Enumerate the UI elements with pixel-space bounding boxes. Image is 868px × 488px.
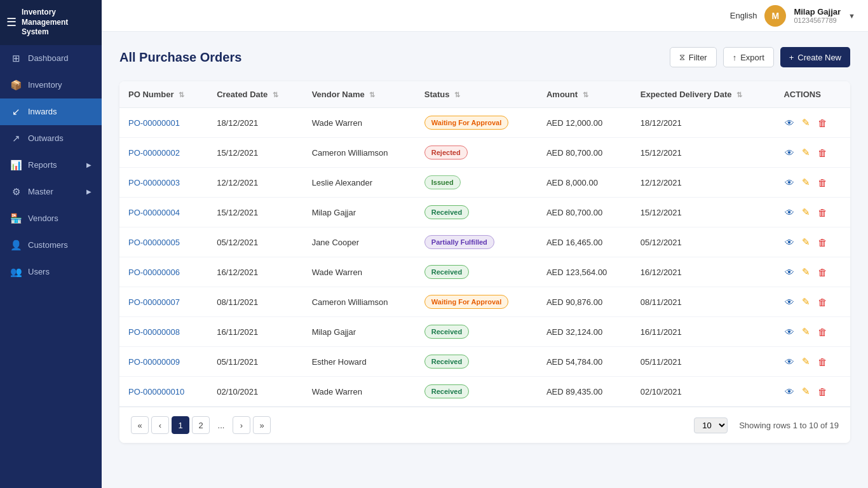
content: All Purchase Orders ⧖ Filter ↑ Export + … [102, 32, 868, 488]
delete-icon[interactable]: 🗑 [817, 206, 829, 219]
user-dropdown-chevron[interactable]: ▼ [848, 12, 855, 20]
view-icon[interactable]: 👁 [783, 176, 796, 189]
po-number-cell[interactable]: PO-00000003 [119, 168, 208, 198]
edit-icon[interactable]: ✎ [801, 175, 811, 189]
po-number-cell[interactable]: PO-00000007 [119, 287, 208, 317]
filter-button[interactable]: ⧖ Filter [670, 47, 717, 67]
pagination: « ‹ 1 2 ... › » 10 25 50 [119, 407, 850, 443]
view-icon[interactable]: 👁 [783, 236, 796, 249]
view-icon[interactable]: 👁 [783, 266, 796, 279]
table-row: PO-00000006 16/12/2021 Wade Warren Recei… [119, 257, 850, 287]
sidebar-item-label: Inventory [28, 80, 92, 90]
edit-icon[interactable]: ✎ [801, 325, 811, 339]
po-number-cell[interactable]: PO-00000006 [119, 257, 208, 287]
sidebar-item-outwards[interactable]: ↗ Outwards [0, 125, 102, 152]
status-cell: Issued [416, 168, 538, 198]
po-number-cell[interactable]: PO-00000005 [119, 227, 208, 257]
delivery-date-cell: 15/12/2021 [632, 198, 775, 227]
vendor-name-cell: Milap Gajjar [303, 317, 416, 347]
pagination-last[interactable]: » [253, 416, 271, 434]
sort-vendor-icon[interactable]: ⇅ [369, 91, 375, 98]
sort-created-icon[interactable]: ⇅ [273, 91, 278, 98]
delivery-date-cell: 02/10/2021 [632, 377, 775, 407]
delete-icon[interactable]: 🗑 [817, 116, 829, 130]
language-selector[interactable]: English [730, 11, 757, 20]
view-icon[interactable]: 👁 [783, 355, 796, 369]
vendor-name-cell: Jane Cooper [303, 227, 416, 257]
row-actions: 👁 ✎ 🗑 [783, 384, 841, 398]
row-actions: 👁 ✎ 🗑 [783, 146, 841, 159]
sidebar-item-reports[interactable]: 📊 Reports ▶ [0, 152, 102, 179]
row-actions: 👁 ✎ 🗑 [783, 295, 841, 309]
table-container: PO Number ⇅ Created Date ⇅ Vendor Name ⇅… [119, 81, 850, 443]
edit-icon[interactable]: ✎ [801, 265, 811, 279]
view-icon[interactable]: 👁 [783, 385, 796, 398]
hamburger-icon[interactable]: ☰ [6, 15, 17, 29]
amount-cell: AED 80,700.00 [538, 198, 632, 227]
sort-delivery-icon[interactable]: ⇅ [736, 91, 742, 98]
user-phone: 01234567789 [794, 17, 836, 24]
view-icon[interactable]: 👁 [783, 206, 796, 219]
view-icon[interactable]: 👁 [783, 325, 796, 339]
po-number-cell[interactable]: PO-000000010 [119, 377, 208, 407]
po-number-cell[interactable]: PO-00000004 [119, 198, 208, 227]
po-number-cell[interactable]: PO-00000009 [119, 347, 208, 377]
edit-icon[interactable]: ✎ [801, 205, 811, 219]
view-icon[interactable]: 👁 [783, 295, 796, 309]
sidebar-item-inventory[interactable]: 📦 Inventory [0, 72, 102, 98]
sidebar-item-master[interactable]: ⚙ Master ▶ [0, 179, 102, 205]
sidebar-item-customers[interactable]: 👤 Customers [0, 232, 102, 259]
rows-select-dropdown[interactable]: 10 25 50 [694, 417, 728, 433]
edit-icon[interactable]: ✎ [801, 295, 811, 309]
amount-cell: AED 8,000.00 [538, 168, 632, 198]
create-new-button[interactable]: + Create New [780, 47, 850, 67]
sidebar-header: ☰ Inventory Management System [0, 0, 102, 45]
export-button[interactable]: ↑ Export [723, 47, 774, 67]
status-badge: Received [424, 384, 469, 398]
pagination-first[interactable]: « [131, 416, 149, 434]
amount-cell: AED 16,465.00 [538, 227, 632, 257]
edit-icon[interactable]: ✎ [801, 355, 811, 369]
actions-cell: 👁 ✎ 🗑 [775, 227, 850, 257]
view-icon[interactable]: 👁 [783, 116, 796, 130]
vendor-name-cell: Leslie Alexander [303, 168, 416, 198]
col-delivery-date: Expected Delivery Date ⇅ [632, 81, 775, 108]
status-badge: Waiting For Approval [424, 116, 508, 130]
po-number-cell[interactable]: PO-00000001 [119, 108, 208, 138]
pagination-next[interactable]: › [233, 416, 250, 434]
sidebar-item-inwards[interactable]: ↙ Inwards [0, 98, 102, 125]
edit-icon[interactable]: ✎ [801, 116, 811, 130]
delete-icon[interactable]: 🗑 [817, 295, 829, 309]
sort-status-icon[interactable]: ⇅ [454, 91, 460, 98]
col-po-number: PO Number ⇅ [119, 81, 208, 108]
status-cell: Partially Fulfilled [416, 227, 538, 257]
sidebar-item-users[interactable]: 👥 Users [0, 259, 102, 285]
sidebar-item-dashboard[interactable]: ⊞ Dashboard [0, 45, 102, 72]
created-date-cell: 05/11/2021 [208, 347, 302, 377]
view-icon[interactable]: 👁 [783, 146, 796, 159]
delete-icon[interactable]: 🗑 [817, 146, 829, 159]
sort-amount-icon[interactable]: ⇅ [583, 91, 588, 98]
pagination-page-1[interactable]: 1 [172, 416, 189, 434]
export-icon: ↑ [733, 53, 737, 62]
sort-po-icon[interactable]: ⇅ [179, 91, 184, 98]
po-number-cell[interactable]: PO-00000002 [119, 138, 208, 168]
edit-icon[interactable]: ✎ [801, 384, 811, 398]
edit-icon[interactable]: ✎ [801, 235, 811, 249]
sidebar-item-label: Inwards [28, 107, 92, 116]
delete-icon[interactable]: 🗑 [817, 385, 829, 398]
delete-icon[interactable]: 🗑 [817, 325, 829, 339]
delete-icon[interactable]: 🗑 [817, 266, 829, 279]
po-number-cell[interactable]: PO-00000008 [119, 317, 208, 347]
amount-cell: AED 32,124.00 [538, 317, 632, 347]
edit-icon[interactable]: ✎ [801, 146, 811, 159]
delete-icon[interactable]: 🗑 [817, 176, 829, 189]
outwards-icon: ↗ [10, 133, 22, 144]
sidebar-item-vendors[interactable]: 🏪 Vendors [0, 205, 102, 232]
delete-icon[interactable]: 🗑 [817, 355, 829, 369]
pagination-page-2[interactable]: 2 [192, 416, 210, 434]
pagination-prev[interactable]: ‹ [151, 416, 169, 434]
delete-icon[interactable]: 🗑 [817, 236, 829, 249]
amount-cell: AED 123,564.00 [538, 257, 632, 287]
reports-icon: 📊 [10, 159, 22, 171]
